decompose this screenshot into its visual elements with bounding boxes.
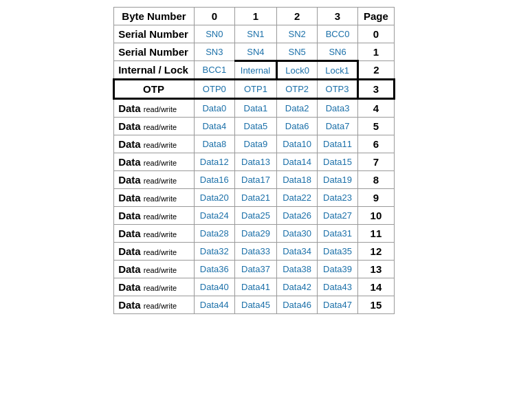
row-label: Data read/write (114, 135, 195, 153)
page-cell: 15 (358, 296, 395, 314)
data-cell: Data32 (194, 243, 234, 261)
page-cell: 11 (358, 225, 395, 243)
page-cell: 1 (358, 43, 395, 61)
data-cell: Data2 (277, 99, 318, 118)
table-row: OTPOTP0OTP1OTP2OTP33 (114, 80, 395, 99)
data-cell: Data1 (234, 99, 276, 118)
row-label: Data read/write (114, 207, 195, 225)
page-cell: 13 (358, 261, 395, 278)
row-label: Data read/write (114, 153, 195, 171)
page-cell: 12 (358, 243, 395, 261)
data-cell: Lock1 (318, 61, 358, 80)
table-row: Data read/writeData32Data33Data34Data351… (114, 243, 395, 261)
data-cell: Data11 (318, 135, 358, 153)
data-cell: Data18 (277, 171, 318, 189)
data-cell: Lock0 (277, 61, 318, 80)
data-cell: BCC1 (194, 61, 234, 80)
row-label: Data read/write (114, 261, 195, 278)
table-row: Data read/writeData28Data29Data30Data311… (114, 225, 395, 243)
table-row: Data read/writeData36Data37Data38Data391… (114, 261, 395, 278)
table-row: Data read/writeData8Data9Data10Data116 (114, 135, 395, 153)
table-row: Data read/writeData24Data25Data26Data271… (114, 207, 395, 225)
table-row: Data read/writeData20Data21Data22Data239 (114, 189, 395, 207)
page-cell: 9 (358, 189, 395, 207)
row-label: Data read/write (114, 278, 195, 296)
data-cell: Data29 (234, 225, 276, 243)
data-cell: SN2 (277, 25, 318, 43)
data-cell: Data36 (194, 261, 234, 278)
row-label: Serial Number (114, 43, 195, 61)
page-cell: 8 (358, 171, 395, 189)
page-cell: 5 (358, 118, 395, 135)
data-cell: Data8 (194, 135, 234, 153)
data-cell: OTP1 (234, 80, 276, 99)
page-cell: 14 (358, 278, 395, 296)
data-cell: Data0 (194, 99, 234, 118)
data-cell: Data30 (277, 225, 318, 243)
byte-number-header: Byte Number (114, 8, 195, 25)
page-cell: 6 (358, 135, 395, 153)
data-cell: Data45 (234, 296, 276, 314)
data-cell: Data21 (234, 189, 276, 207)
table-row: Serial NumberSN3SN4SN5SN61 (114, 43, 395, 61)
row-label: Data read/write (114, 225, 195, 243)
data-cell: Data5 (234, 118, 276, 135)
row-label: Data read/write (114, 118, 195, 135)
data-cell: OTP3 (318, 80, 358, 99)
data-cell: SN5 (277, 43, 318, 61)
row-label: Data read/write (114, 189, 195, 207)
data-cell: SN3 (194, 43, 234, 61)
data-cell: SN0 (194, 25, 234, 43)
data-cell: Data25 (234, 207, 276, 225)
col3-header: 3 (318, 8, 358, 25)
data-cell: Data40 (194, 278, 234, 296)
table-row: Data read/writeData40Data41Data42Data431… (114, 278, 395, 296)
data-cell: Data16 (194, 171, 234, 189)
data-cell: Data33 (234, 243, 276, 261)
data-cell: SN1 (234, 25, 276, 43)
page-cell: 7 (358, 153, 395, 171)
data-cell: Data42 (277, 278, 318, 296)
table-row: Data read/writeData16Data17Data18Data198 (114, 171, 395, 189)
data-cell: Data26 (277, 207, 318, 225)
table-row: Data read/writeData0Data1Data2Data34 (114, 99, 395, 118)
data-cell: SN4 (234, 43, 276, 61)
data-cell: Data12 (194, 153, 234, 171)
data-cell: Data4 (194, 118, 234, 135)
data-cell: Data13 (234, 153, 276, 171)
memory-map-table: Byte Number 0 1 2 3 Page Serial NumberSN… (113, 7, 395, 314)
data-cell: Data34 (277, 243, 318, 261)
data-cell: Data17 (234, 171, 276, 189)
row-label: OTP (114, 80, 195, 99)
data-cell: Internal (234, 61, 276, 80)
data-cell: Data38 (277, 261, 318, 278)
col0-header: 0 (194, 8, 234, 25)
data-cell: Data46 (277, 296, 318, 314)
data-cell: Data23 (318, 189, 358, 207)
data-cell: OTP2 (277, 80, 318, 99)
row-label: Data read/write (114, 171, 195, 189)
data-cell: Data10 (277, 135, 318, 153)
header-row: Byte Number 0 1 2 3 Page (114, 8, 395, 25)
data-cell: Data15 (318, 153, 358, 171)
data-cell: Data24 (194, 207, 234, 225)
data-cell: BCC0 (318, 25, 358, 43)
data-cell: Data41 (234, 278, 276, 296)
data-cell: Data28 (194, 225, 234, 243)
row-label: Serial Number (114, 25, 195, 43)
data-cell: Data27 (318, 207, 358, 225)
col2-header: 2 (277, 8, 318, 25)
table-row: Internal / LockBCC1InternalLock0Lock12 (114, 61, 395, 80)
page-cell: 10 (358, 207, 395, 225)
page-cell: 0 (358, 25, 395, 43)
row-label: Data read/write (114, 99, 195, 118)
data-cell: SN6 (318, 43, 358, 61)
data-cell: Data35 (318, 243, 358, 261)
row-label: Data read/write (114, 296, 195, 314)
table-row: Data read/writeData12Data13Data14Data157 (114, 153, 395, 171)
data-cell: Data3 (318, 99, 358, 118)
data-cell: Data47 (318, 296, 358, 314)
page-cell: 3 (358, 80, 395, 99)
col1-header: 1 (234, 8, 276, 25)
data-cell: OTP0 (194, 80, 234, 99)
